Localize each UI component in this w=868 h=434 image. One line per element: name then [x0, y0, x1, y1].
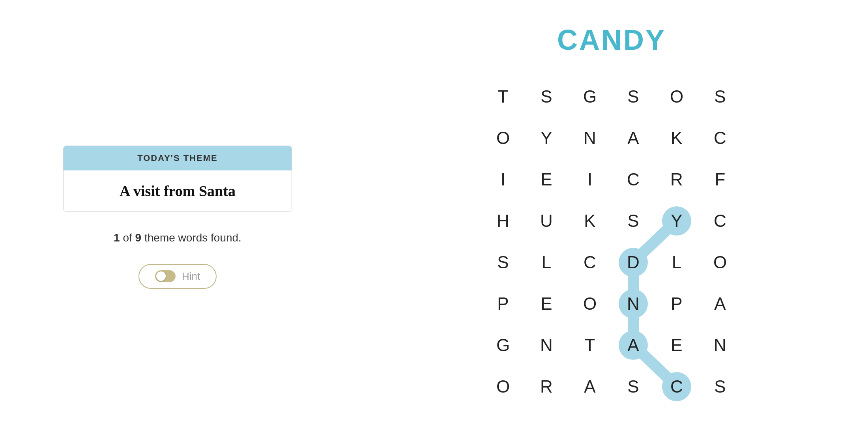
grid-cell[interactable]: N: [568, 117, 612, 159]
grid-cell[interactable]: N: [525, 324, 568, 366]
word-search-grid: TSGSOSOYNAKCIEICRFHUKSYCSLCDLOPEONPAGNTA…: [481, 76, 742, 407]
grid-cell[interactable]: A: [698, 283, 742, 324]
grid-cell[interactable]: A: [612, 324, 655, 366]
puzzle-title: CANDY: [557, 24, 666, 56]
grid-cell[interactable]: E: [655, 324, 698, 366]
theme-card: TODAY'S THEME A visit from Santa: [63, 146, 292, 212]
grid-cell[interactable]: G: [568, 76, 612, 117]
right-panel: CANDY TSGSOSOYNAKCIEICRFHUKSYCSLCDLOPEON…: [355, 0, 868, 434]
grid-cell[interactable]: S: [612, 76, 655, 117]
grid-cell[interactable]: D: [612, 241, 655, 283]
grid-cell[interactable]: C: [698, 117, 742, 159]
left-panel: TODAY'S THEME A visit from Santa 1 of 9 …: [0, 0, 355, 434]
grid-cell[interactable]: P: [655, 283, 698, 324]
grid-cell[interactable]: S: [698, 366, 742, 407]
grid-cell[interactable]: Y: [525, 117, 568, 159]
grid-cell[interactable]: T: [481, 76, 525, 117]
grid-cell[interactable]: O: [481, 117, 525, 159]
highlighted-letter: Y: [662, 206, 691, 236]
hint-button[interactable]: Hint: [138, 264, 217, 289]
grid-cell[interactable]: O: [568, 283, 612, 324]
words-found-label: theme words found.: [144, 232, 241, 244]
grid-cell[interactable]: A: [612, 117, 655, 159]
grid-cell[interactable]: G: [481, 324, 525, 366]
highlighted-letter: N: [619, 289, 648, 318]
grid-cell[interactable]: C: [655, 366, 698, 407]
grid-cell[interactable]: T: [568, 324, 612, 366]
grid-cell[interactable]: I: [481, 159, 525, 200]
grid-cell[interactable]: R: [525, 366, 568, 407]
words-found-count: 1: [114, 232, 120, 244]
grid-cell[interactable]: K: [568, 200, 612, 241]
grid-cell[interactable]: L: [525, 241, 568, 283]
grid-cell[interactable]: E: [525, 283, 568, 324]
grid-cell[interactable]: C: [698, 200, 742, 241]
grid-cell[interactable]: O: [698, 241, 742, 283]
grid-cell[interactable]: C: [612, 159, 655, 200]
grid-cell[interactable]: U: [525, 200, 568, 241]
highlighted-letter: D: [619, 248, 648, 277]
grid-cell[interactable]: S: [481, 241, 525, 283]
grid-cell[interactable]: P: [481, 283, 525, 324]
grid-cell[interactable]: F: [698, 159, 742, 200]
hint-toggle: [155, 270, 176, 282]
grid-cell[interactable]: O: [655, 76, 698, 117]
grid-cell[interactable]: H: [481, 200, 525, 241]
theme-text: A visit from Santa: [64, 170, 292, 211]
grid-cell[interactable]: Y: [655, 200, 698, 241]
words-found-of: of: [123, 232, 135, 244]
grid-cell[interactable]: I: [568, 159, 612, 200]
grid-cell[interactable]: N: [698, 324, 742, 366]
grid-cell[interactable]: S: [525, 76, 568, 117]
grid-cell[interactable]: A: [568, 366, 612, 407]
grid-cell[interactable]: O: [481, 366, 525, 407]
grid-cell[interactable]: S: [698, 76, 742, 117]
words-found-text: 1 of 9 theme words found.: [114, 232, 241, 244]
grid-cell[interactable]: E: [525, 159, 568, 200]
grid-cell[interactable]: R: [655, 159, 698, 200]
grid-cell[interactable]: S: [612, 366, 655, 407]
theme-label: TODAY'S THEME: [64, 146, 292, 170]
hint-toggle-knob: [156, 271, 166, 281]
grid-cell[interactable]: L: [655, 241, 698, 283]
highlighted-letter: C: [662, 372, 691, 401]
grid-cell[interactable]: N: [612, 283, 655, 324]
grid-container: TSGSOSOYNAKCIEICRFHUKSYCSLCDLOPEONPAGNTA…: [481, 76, 742, 407]
hint-label: Hint: [182, 270, 200, 282]
words-total: 9: [135, 232, 142, 244]
highlighted-letter: A: [619, 331, 648, 360]
grid-cell[interactable]: K: [655, 117, 698, 159]
grid-cell[interactable]: S: [612, 200, 655, 241]
grid-cell[interactable]: C: [568, 241, 612, 283]
